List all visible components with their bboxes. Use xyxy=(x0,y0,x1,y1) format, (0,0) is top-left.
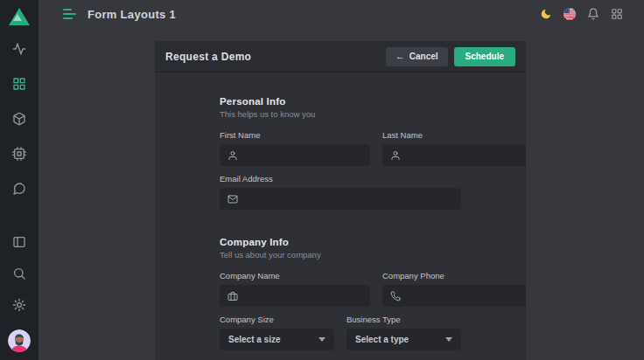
card-actions: ← Cancel Schedule xyxy=(386,47,515,66)
request-demo-card: Request a Demo ← Cancel Schedule Persona… xyxy=(155,41,526,360)
card-title: Request a Demo xyxy=(165,51,251,63)
first-name-input[interactable] xyxy=(220,144,370,166)
chevron-down-icon xyxy=(445,337,452,342)
card-header: Request a Demo ← Cancel Schedule xyxy=(155,41,526,73)
company-size-field-group: Company Size Select a size xyxy=(220,315,334,350)
company-phone-input-control[interactable] xyxy=(407,291,525,301)
personal-info-section-header: Personal Info This helps us to know you xyxy=(220,96,461,119)
last-name-label: Last Name xyxy=(382,130,526,140)
demo-form: Personal Info This helps us to know you … xyxy=(220,96,461,360)
cancel-button[interactable]: ← Cancel xyxy=(386,47,448,66)
company-name-label: Company Name xyxy=(220,271,370,280)
company-name-input[interactable] xyxy=(220,285,370,307)
email-field-group: Email Address xyxy=(220,174,461,210)
cpu-icon[interactable] xyxy=(12,147,26,161)
gear-icon[interactable] xyxy=(12,298,26,312)
phone-icon xyxy=(390,291,401,301)
moon-icon theme-toggle[interactable] xyxy=(540,8,552,20)
chevron-down-icon xyxy=(318,337,326,342)
content-area: Request a Demo ← Cancel Schedule Persona… xyxy=(38,28,644,360)
company-name-input-control[interactable] xyxy=(244,291,362,301)
company-name-field-group: Company Name xyxy=(220,271,370,307)
first-name-field-group: First Name xyxy=(220,130,370,166)
person-icon xyxy=(228,150,238,161)
sidebar-nav xyxy=(12,42,26,196)
briefcase-icon xyxy=(228,291,238,301)
personal-info-subheading: This helps us to know you xyxy=(220,109,461,119)
cube-icon[interactable] xyxy=(12,112,26,126)
company-size-select[interactable]: Select a size xyxy=(220,329,334,350)
email-input-control[interactable] xyxy=(244,194,453,204)
sidebar xyxy=(0,0,38,360)
email-label: Email Address xyxy=(220,174,461,183)
arrow-left-icon: ← xyxy=(396,52,405,61)
chat-icon[interactable] xyxy=(12,182,26,196)
business-type-field-group: Business Type Select a type xyxy=(346,315,461,350)
business-type-select[interactable]: Select a type xyxy=(346,329,461,350)
schedule-button-label: Schedule xyxy=(466,52,504,61)
company-phone-input[interactable] xyxy=(382,285,526,307)
us-flag-icon language-selector[interactable] xyxy=(564,8,576,20)
last-name-input-control[interactable] xyxy=(407,150,525,161)
email-input[interactable] xyxy=(220,188,461,210)
business-type-selected-value: Select a type xyxy=(355,335,409,344)
last-name-field-group: Last Name xyxy=(382,130,526,166)
person-icon xyxy=(390,150,401,161)
bell-icon notifications[interactable] xyxy=(587,8,599,20)
search-icon[interactable] xyxy=(12,267,26,280)
business-type-label: Business Type xyxy=(346,315,461,324)
topbar-actions xyxy=(540,8,623,20)
company-info-section-header: Company Info Tell us about your company xyxy=(220,237,461,260)
cancel-button-label: Cancel xyxy=(410,52,438,61)
sidebar-bottom xyxy=(8,235,31,352)
apps-grid-icon[interactable] xyxy=(611,8,623,20)
last-name-input[interactable] xyxy=(382,144,526,166)
activity-icon[interactable] xyxy=(12,42,26,56)
panel-icon[interactable] xyxy=(12,235,26,249)
app-logo triangle-logo[interactable] xyxy=(8,6,31,27)
company-info-subheading: Tell us about your company xyxy=(220,250,461,260)
envelope-icon xyxy=(228,194,238,204)
company-size-selected-value: Select a size xyxy=(228,335,280,344)
menu-toggle-icon[interactable] xyxy=(63,9,76,19)
page-title: Form Layouts 1 xyxy=(88,8,176,21)
schedule-button[interactable]: Schedule xyxy=(454,47,515,66)
grid-icon[interactable] xyxy=(12,77,26,91)
first-name-input-control[interactable] xyxy=(244,150,362,161)
first-name-label: First Name xyxy=(220,130,370,140)
main-area: Form Layouts 1 xyxy=(38,0,644,360)
topbar: Form Layouts 1 xyxy=(38,0,644,28)
company-phone-field-group: Company Phone xyxy=(382,271,526,307)
company-info-heading: Company Info xyxy=(220,237,461,247)
personal-info-heading: Personal Info xyxy=(220,96,461,107)
card-body: Personal Info This helps us to know you … xyxy=(155,73,526,360)
company-size-label: Company Size xyxy=(220,315,334,324)
user-avatar[interactable] xyxy=(8,329,31,352)
company-phone-label: Company Phone xyxy=(382,271,526,280)
